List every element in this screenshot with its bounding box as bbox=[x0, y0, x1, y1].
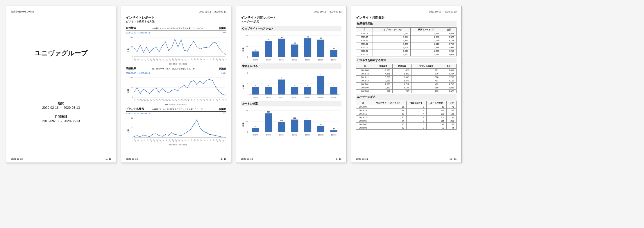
svg-text:2/19: 2/19 bbox=[153, 99, 155, 101]
svg-text:2/25: 2/25 bbox=[171, 139, 174, 142]
svg-text:3/12: 3/12 bbox=[222, 58, 225, 61]
table-cell: 4,391 bbox=[374, 72, 393, 76]
svg-point-82 bbox=[146, 91, 147, 92]
svg-text:2020/02: 2020/02 bbox=[318, 97, 323, 98]
page8-title: インサイト月間レポート bbox=[241, 15, 341, 20]
svg-text:2/28: 2/28 bbox=[181, 139, 184, 142]
svg-text:2/19: 2/19 bbox=[153, 139, 155, 142]
svg-point-149 bbox=[140, 137, 141, 138]
svg-point-11 bbox=[140, 45, 141, 46]
svg-rect-280 bbox=[304, 120, 311, 132]
page3-title: インサイトレポート bbox=[126, 15, 226, 20]
svg-text:274: 274 bbox=[246, 110, 248, 111]
svg-text:58: 58 bbox=[131, 86, 133, 88]
svg-point-23 bbox=[178, 47, 178, 48]
svg-text:47: 47 bbox=[268, 38, 270, 40]
chart-total: 1,894 bbox=[215, 31, 226, 34]
page8-subtitle: ユーザーの反応 bbox=[241, 20, 341, 24]
table-cell: 287 bbox=[447, 109, 457, 112]
table-cell: 472 bbox=[412, 83, 441, 86]
table-cell: 2020-02 bbox=[356, 86, 374, 90]
svg-text:5: 5 bbox=[320, 74, 321, 75]
table-cell: 20 bbox=[370, 126, 407, 130]
svg-point-101 bbox=[206, 80, 207, 81]
svg-text:3/10: 3/10 bbox=[216, 139, 219, 142]
svg-text:3/3: 3/3 bbox=[194, 99, 196, 101]
svg-point-17 bbox=[159, 51, 160, 52]
cover-title: ユニヴァグループ bbox=[35, 49, 88, 58]
svg-point-13 bbox=[146, 47, 147, 48]
svg-text:0: 0 bbox=[132, 137, 133, 138]
svg-text:159: 159 bbox=[293, 117, 296, 119]
svg-text:2020/02: 2020/02 bbox=[318, 59, 323, 61]
table-header: 間接検索 bbox=[393, 64, 412, 69]
table-cell: 36 bbox=[370, 116, 407, 119]
svg-text:2/15: 2/15 bbox=[140, 58, 143, 61]
table-cell: 2020-01 bbox=[356, 83, 374, 86]
table-cell: 70 bbox=[447, 105, 457, 109]
svg-text:53: 53 bbox=[281, 36, 283, 38]
table-cell: 3,603 bbox=[373, 46, 411, 49]
svg-text:0: 0 bbox=[247, 94, 248, 95]
table-cell: 54 bbox=[370, 119, 407, 123]
table-cell: 155 bbox=[427, 119, 447, 123]
table-cell: 2019-12 bbox=[356, 116, 370, 119]
chart-legend: 2020-02-13～2020-03-13 bbox=[126, 63, 226, 65]
table-cell: 6,417 bbox=[441, 72, 456, 76]
period-range: 2020-02-13 ～ 2020-03-13 bbox=[42, 106, 80, 110]
table-cell: 1,114 bbox=[411, 53, 442, 56]
svg-text:2/23: 2/23 bbox=[165, 139, 168, 142]
svg-rect-249 bbox=[291, 87, 298, 95]
svg-point-85 bbox=[155, 88, 156, 88]
svg-rect-221 bbox=[317, 40, 324, 57]
page-number: 8 / 11 bbox=[336, 158, 341, 160]
svg-text:2019/12: 2019/12 bbox=[292, 97, 297, 98]
page3-range: 2020-02-13 ～ 2020-03-13 bbox=[199, 10, 226, 14]
svg-rect-281 bbox=[317, 126, 324, 132]
svg-text:3/9: 3/9 bbox=[212, 139, 215, 141]
monthly-label: 月間推移 bbox=[55, 115, 67, 119]
svg-text:2/29: 2/29 bbox=[184, 99, 187, 101]
svg-text:2/20: 2/20 bbox=[156, 139, 159, 142]
chart-header: 間接検索カテゴリやサービス・商品名で検索したユーザー閲覧数 bbox=[126, 67, 226, 71]
svg-point-38 bbox=[225, 54, 226, 55]
table-cell: 2020-02 bbox=[356, 49, 373, 53]
svg-text:2019/10: 2019/10 bbox=[266, 97, 271, 98]
svg-text:2/16: 2/16 bbox=[143, 58, 146, 61]
svg-text:2/17: 2/17 bbox=[146, 58, 149, 61]
svg-text:2/19: 2/19 bbox=[153, 58, 155, 61]
footer-date: 2020-03-13 bbox=[11, 158, 23, 160]
table-row: 2019-123,0391,6794015,119 bbox=[356, 79, 457, 83]
table-cell: 2,669 bbox=[442, 53, 456, 56]
chart-name: 間接検索 bbox=[126, 67, 152, 70]
svg-text:3/10: 3/10 bbox=[216, 58, 219, 61]
bar-chart: 検索ユーザー01372745223812915915577222019/0920… bbox=[241, 108, 341, 137]
svg-text:2/23: 2/23 bbox=[165, 99, 168, 101]
svg-rect-246 bbox=[252, 87, 259, 95]
svg-text:3/6: 3/6 bbox=[203, 99, 205, 101]
svg-text:2019/10: 2019/10 bbox=[266, 59, 271, 61]
svg-point-95 bbox=[187, 88, 188, 88]
table-cell: 50 bbox=[370, 123, 407, 126]
svg-point-27 bbox=[190, 45, 191, 46]
table-cell: 2019-10 bbox=[356, 35, 373, 39]
svg-text:30: 30 bbox=[131, 127, 133, 129]
table-row: 2019-125,3852,4107,795 bbox=[356, 42, 457, 46]
table-header: 直接検索 bbox=[374, 64, 393, 69]
svg-text:3/9: 3/9 bbox=[212, 58, 215, 60]
svg-point-25 bbox=[184, 50, 185, 51]
svg-text:31: 31 bbox=[246, 45, 248, 47]
svg-text:2/24: 2/24 bbox=[168, 58, 171, 61]
table-header: ブランド名検索 bbox=[412, 64, 441, 69]
page-insight-search: 2020-02-13 ～ 2020-03-13 インサイトレポート ビジネスを検… bbox=[121, 6, 231, 163]
svg-point-166 bbox=[193, 124, 194, 125]
table-row: 2020-0250577132 bbox=[356, 123, 457, 126]
svg-text:3/8: 3/8 bbox=[209, 58, 212, 60]
table-row: 2020-031,5551,1142,669 bbox=[356, 53, 457, 56]
bar-section-title: ルートの検索 bbox=[241, 101, 341, 106]
table-cell: 2 bbox=[407, 126, 427, 130]
table-cell: 2019-10 bbox=[356, 109, 370, 112]
svg-point-24 bbox=[181, 40, 182, 40]
svg-text:2/27: 2/27 bbox=[178, 139, 181, 142]
svg-point-87 bbox=[162, 88, 163, 89]
